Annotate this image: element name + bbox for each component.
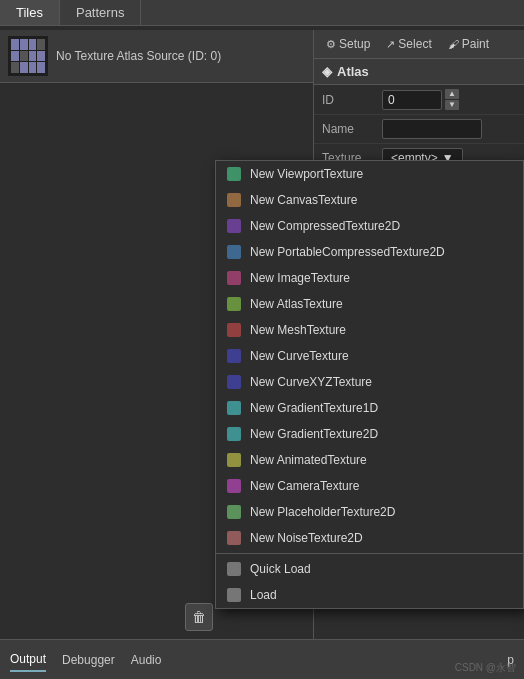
tile-cell [20, 62, 28, 73]
dropdown-item-label: Quick Load [250, 562, 311, 576]
bottom-tab-audio[interactable]: Audio [131, 649, 162, 671]
id-down-arrow[interactable]: ▼ [445, 100, 459, 110]
top-tabs: Tiles Patterns [0, 0, 524, 26]
watermark: CSDN @永智 [455, 661, 516, 675]
dropdown-item-portable[interactable]: New PortableCompressedTexture2D [216, 239, 523, 265]
setup-label: Setup [339, 37, 370, 51]
tile-cell [11, 39, 19, 50]
name-value [382, 119, 516, 139]
placeholder-texture-icon [226, 504, 242, 520]
texture-dropdown: New ViewportTexture New CanvasTexture Ne… [215, 160, 524, 609]
tab-tiles[interactable]: Tiles [0, 0, 60, 25]
portable-texture-icon [226, 244, 242, 260]
dropdown-item-quick-load[interactable]: Quick Load [216, 556, 523, 582]
paint-button[interactable]: 🖌 Paint [442, 34, 495, 54]
dropdown-item-label: New GradientTexture2D [250, 427, 378, 441]
id-arrows: ▲ ▼ [445, 89, 459, 110]
tile-cell [37, 51, 45, 62]
select-button[interactable]: ↗ Select [380, 34, 437, 54]
id-row: ID ▲ ▼ [314, 85, 524, 115]
dropdown-item-gradient2d[interactable]: New GradientTexture2D [216, 421, 523, 447]
dropdown-item-label: New GradientTexture1D [250, 401, 378, 415]
tab-patterns[interactable]: Patterns [60, 0, 141, 25]
dropdown-item-label: New CurveTexture [250, 349, 349, 363]
dropdown-item-compressed[interactable]: New CompressedTexture2D [216, 213, 523, 239]
atlas-texture-icon [226, 296, 242, 312]
bottom-tab-output[interactable]: Output [10, 648, 46, 672]
curvexyz-texture-icon [226, 374, 242, 390]
bottom-tab-debugger[interactable]: Debugger [62, 649, 115, 671]
dropdown-item-label: Load [250, 588, 277, 602]
bottom-bar: Output Debugger Audio p [0, 639, 524, 679]
tile-source-row: No Texture Atlas Source (ID: 0) [0, 30, 313, 83]
dropdown-item-label: New CompressedTexture2D [250, 219, 400, 233]
dropdown-item-label: New CameraTexture [250, 479, 359, 493]
dropdown-item-label: New AnimatedTexture [250, 453, 367, 467]
name-row: Name [314, 115, 524, 144]
id-value: ▲ ▼ [382, 89, 516, 110]
canvas-texture-icon [226, 192, 242, 208]
id-label: ID [322, 93, 382, 107]
mesh-texture-icon [226, 322, 242, 338]
dropdown-item-atlas[interactable]: New AtlasTexture [216, 291, 523, 317]
id-up-arrow[interactable]: ▲ [445, 89, 459, 99]
dropdown-item-label: New CanvasTexture [250, 193, 357, 207]
camera-texture-icon [226, 478, 242, 494]
dropdown-item-label: New MeshTexture [250, 323, 346, 337]
setup-button[interactable]: ⚙ Setup [320, 34, 376, 54]
dropdown-item-noise[interactable]: New NoiseTexture2D [216, 525, 523, 551]
gradient2d-texture-icon [226, 426, 242, 442]
tile-cell [20, 51, 28, 62]
dropdown-item-gradient1d[interactable]: New GradientTexture1D [216, 395, 523, 421]
dropdown-item-mesh[interactable]: New MeshTexture [216, 317, 523, 343]
atlas-header: ◈ Atlas [314, 59, 524, 85]
dropdown-item-label: New PortableCompressedTexture2D [250, 245, 445, 259]
image-texture-icon [226, 270, 242, 286]
dropdown-item-label: New AtlasTexture [250, 297, 343, 311]
animated-texture-icon [226, 452, 242, 468]
dropdown-item-curve[interactable]: New CurveTexture [216, 343, 523, 369]
compressed-texture-icon [226, 218, 242, 234]
dropdown-item-label: New PlaceholderTexture2D [250, 505, 395, 519]
toolbar: ⚙ Setup ↗ Select 🖌 Paint [314, 30, 524, 59]
id-input[interactable] [382, 90, 442, 110]
atlas-title: Atlas [337, 64, 369, 79]
tile-cell [20, 39, 28, 50]
tile-cell [29, 39, 37, 50]
tile-cell [29, 51, 37, 62]
name-input[interactable] [382, 119, 482, 139]
tile-cell [11, 62, 19, 73]
setup-icon: ⚙ [326, 38, 336, 51]
tile-cell [37, 62, 45, 73]
select-icon: ↗ [386, 38, 395, 51]
quick-load-icon [226, 561, 242, 577]
tile-cell [11, 51, 19, 62]
dropdown-item-image[interactable]: New ImageTexture [216, 265, 523, 291]
delete-button[interactable]: 🗑 [185, 603, 213, 631]
atlas-icon: ◈ [322, 64, 332, 79]
paint-label: Paint [462, 37, 489, 51]
dropdown-item-animated[interactable]: New AnimatedTexture [216, 447, 523, 473]
gradient1d-texture-icon [226, 400, 242, 416]
dropdown-item-canvas[interactable]: New CanvasTexture [216, 187, 523, 213]
dropdown-item-label: New NoiseTexture2D [250, 531, 363, 545]
dropdown-item-viewport[interactable]: New ViewportTexture [216, 161, 523, 187]
dropdown-separator [216, 553, 523, 554]
dropdown-item-placeholder[interactable]: New PlaceholderTexture2D [216, 499, 523, 525]
load-icon [226, 587, 242, 603]
paint-icon: 🖌 [448, 38, 459, 50]
tile-icon [8, 36, 48, 76]
dropdown-item-camera[interactable]: New CameraTexture [216, 473, 523, 499]
dropdown-item-curvexyz[interactable]: New CurveXYZTexture [216, 369, 523, 395]
dropdown-item-load[interactable]: Load [216, 582, 523, 608]
noise-texture-icon [226, 530, 242, 546]
dropdown-item-label: New ImageTexture [250, 271, 350, 285]
curve-texture-icon [226, 348, 242, 364]
dropdown-item-label: New CurveXYZTexture [250, 375, 372, 389]
tile-cell [29, 62, 37, 73]
viewport-texture-icon [226, 166, 242, 182]
tile-cell [37, 39, 45, 50]
tile-source-label: No Texture Atlas Source (ID: 0) [56, 49, 221, 63]
select-label: Select [398, 37, 431, 51]
dropdown-item-label: New ViewportTexture [250, 167, 363, 181]
